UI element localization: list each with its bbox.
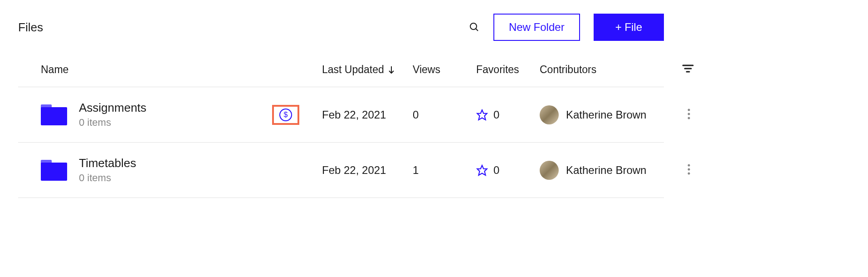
dollar-badge-highlight[interactable]: $ (272, 105, 299, 125)
svg-point-7 (688, 109, 690, 111)
svg-marker-10 (477, 165, 487, 175)
new-folder-button[interactable]: New Folder (493, 14, 580, 41)
folder-name: Timetables (79, 156, 136, 170)
contributor-cell: Katherine Brown (540, 105, 667, 124)
table-header: Name Last Updated Views Favorites Contri… (18, 64, 664, 87)
col-favorites[interactable]: Favorites (476, 64, 540, 76)
folder-icon (41, 104, 67, 125)
avatar (540, 161, 559, 180)
col-last-updated[interactable]: Last Updated (322, 64, 413, 76)
col-views[interactable]: Views (413, 64, 476, 76)
avatar (540, 105, 559, 124)
filter-icon[interactable] (682, 64, 694, 76)
svg-point-12 (688, 168, 690, 170)
views-cell: 1 (413, 164, 476, 177)
favorites-cell[interactable]: 0 (476, 164, 540, 177)
page-title: Files (18, 20, 43, 35)
svg-point-11 (688, 164, 690, 166)
table-row[interactable]: Assignments 0 items $ Feb 22, 2021 0 0 K… (18, 87, 664, 143)
favorites-cell[interactable]: 0 (476, 109, 540, 121)
col-contributors[interactable]: Contributors (540, 64, 667, 76)
last-updated-cell: Feb 22, 2021 (322, 109, 413, 121)
folder-items-count: 0 items (79, 172, 136, 184)
svg-line-1 (476, 29, 478, 31)
star-icon (476, 164, 488, 176)
table-row[interactable]: Timetables 0 items Feb 22, 2021 1 0 Kath… (18, 143, 664, 198)
folder-name: Assignments (79, 101, 146, 115)
sort-down-arrow-icon (388, 65, 395, 74)
more-menu-icon[interactable] (684, 160, 694, 180)
views-cell: 0 (413, 109, 476, 121)
contributor-name: Katherine Brown (566, 164, 646, 177)
favorites-count: 0 (493, 164, 499, 177)
dollar-icon: $ (279, 109, 292, 121)
svg-point-8 (688, 113, 690, 115)
svg-point-13 (688, 172, 690, 174)
search-icon[interactable] (469, 22, 480, 33)
svg-point-0 (470, 23, 477, 30)
new-file-button[interactable]: + File (594, 14, 664, 41)
contributor-name: Katherine Brown (566, 109, 646, 121)
star-icon (476, 109, 488, 121)
col-name[interactable]: Name (41, 64, 322, 76)
more-menu-icon[interactable] (684, 105, 694, 125)
svg-point-9 (688, 117, 690, 119)
svg-marker-6 (477, 110, 487, 120)
favorites-count: 0 (493, 109, 499, 121)
col-last-updated-label: Last Updated (322, 64, 384, 76)
folder-icon (41, 160, 67, 181)
last-updated-cell: Feb 22, 2021 (322, 164, 413, 177)
folder-items-count: 0 items (79, 117, 146, 129)
contributor-cell: Katherine Brown (540, 161, 667, 180)
